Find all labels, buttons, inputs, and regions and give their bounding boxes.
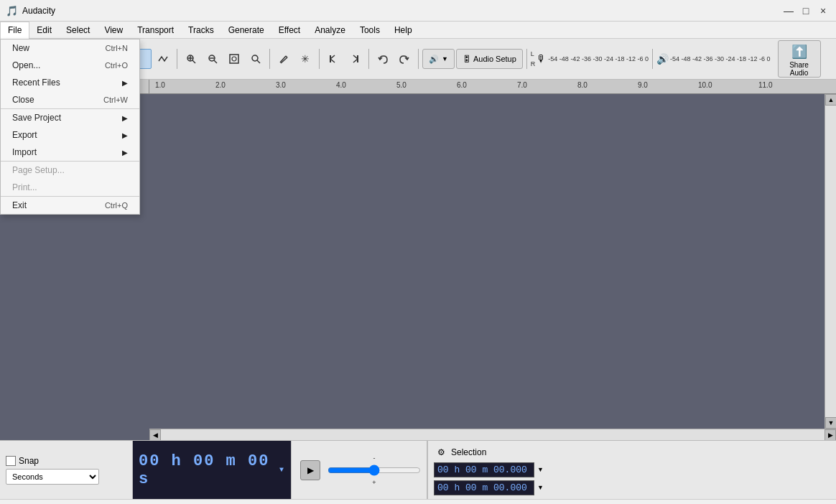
ruler-mark-2: 2.0 (215, 81, 226, 89)
new-label: New (12, 43, 29, 53)
redo-button[interactable] (394, 49, 414, 69)
ruler-mark-3: 3.0 (276, 81, 286, 89)
export-label: Export (12, 130, 37, 140)
menu-help[interactable]: Help (387, 22, 419, 39)
undo-button[interactable] (373, 49, 393, 69)
mic-r-label: R (531, 60, 536, 68)
zoom-selection-icon (251, 54, 261, 64)
scroll-down-button[interactable]: ▼ (825, 417, 836, 429)
selection-label: Selection (451, 447, 486, 457)
maximize-button[interactable]: □ (799, 4, 813, 18)
snap-area: Snap Seconds Milliseconds Samples Beats (0, 441, 133, 499)
menu-import[interactable]: Import ▶ (1, 144, 139, 161)
clip-left-button[interactable] (323, 49, 343, 69)
selection-area: ⚙ Selection ▼ ▼ (427, 441, 549, 499)
audio-setup-button[interactable]: 🎛 Audio Setup (456, 49, 523, 69)
title-bar-controls: — □ × (781, 4, 830, 18)
menu-select[interactable]: Select (59, 22, 97, 39)
volume-button[interactable]: 🔊 ▼ (422, 49, 455, 69)
snap-checkbox[interactable] (6, 456, 16, 466)
page-setup-label: Page Setup... (12, 165, 65, 175)
zoom-out-button[interactable] (203, 49, 223, 69)
snap-label: Snap (19, 456, 39, 466)
undo-icon (378, 54, 388, 64)
menu-close[interactable]: Close Ctrl+W (1, 91, 139, 108)
mic-icon: 🎙 (537, 53, 547, 65)
menu-save-project[interactable]: Save Project ▶ (1, 108, 139, 126)
menu-effect[interactable]: Effect (271, 22, 307, 39)
menu-open[interactable]: Open... Ctrl+O (1, 57, 139, 74)
ruler-mark-5: 5.0 (396, 81, 407, 89)
minimize-button[interactable]: — (781, 4, 796, 18)
ruler-mark-11: 11.0 (758, 81, 772, 89)
menu-print: Print... (1, 179, 139, 196)
bottom-area: Snap Seconds Milliseconds Samples Beats … (0, 440, 836, 499)
scroll-right-button[interactable]: ▶ (825, 429, 836, 440)
selection-end-input[interactable] (434, 480, 534, 495)
menu-transport[interactable]: Transport (130, 22, 181, 39)
svg-rect-8 (230, 55, 238, 63)
scroll-track-h[interactable] (161, 429, 825, 440)
close-shortcut: Ctrl+W (103, 95, 128, 104)
menu-recent-files[interactable]: Recent Files ▶ (1, 74, 139, 91)
toolbar-sep-8 (652, 49, 653, 69)
scroll-track-v[interactable] (825, 106, 836, 417)
status-bar: Stopped. (0, 499, 836, 504)
envelope-icon (158, 54, 168, 64)
new-shortcut: Ctrl+N (106, 44, 128, 52)
selection-start-arrow[interactable]: ▼ (537, 466, 544, 473)
selection-start-input[interactable] (434, 462, 534, 477)
menu-export[interactable]: Export ▶ (1, 126, 139, 144)
speed-slider[interactable] (328, 465, 421, 476)
menu-new[interactable]: New Ctrl+N (1, 39, 139, 57)
selection-end-arrow[interactable]: ▼ (537, 484, 544, 491)
menu-view[interactable]: View (97, 22, 130, 39)
menu-tracks[interactable]: Tracks (181, 22, 221, 39)
selection-settings-button[interactable]: ⚙ (434, 445, 448, 459)
play-bottom-area: ▶ - + (291, 441, 427, 499)
title-text: Audacity (22, 6, 55, 16)
zoom-fit-icon (229, 54, 239, 64)
menu-file[interactable]: File (0, 22, 29, 39)
snap-unit-select[interactable]: Seconds Milliseconds Samples Beats (6, 469, 99, 485)
speaker-meter-area: 🔊 -54 -48 -42 -36 -30 -24 -18 -12 -6 0 (656, 53, 771, 65)
title-bar: 🎵 Audacity — □ × (0, 0, 836, 22)
menu-analyze[interactable]: Analyze (307, 22, 353, 39)
title-bar-left: 🎵 Audacity (6, 5, 55, 17)
share-audio-button[interactable]: ⬆️ Share Audio (778, 40, 821, 78)
speed-slider-area: - + (328, 454, 421, 486)
toolbar-sep-3 (269, 49, 270, 69)
close-button[interactable]: × (816, 4, 830, 18)
menu-generate[interactable]: Generate (221, 22, 271, 39)
menu-bar: File Edit Select View Transport Tracks G… (0, 22, 836, 39)
menu-edit[interactable]: Edit (29, 22, 59, 39)
import-label: Import (12, 147, 37, 157)
svg-line-2 (192, 60, 195, 63)
audio-canvas[interactable] (149, 94, 825, 429)
draw-tool-button[interactable] (274, 49, 294, 69)
print-label: Print... (12, 182, 37, 192)
clip-right-button[interactable] (345, 49, 365, 69)
menu-tools[interactable]: Tools (353, 22, 387, 39)
ruler-mark-9: 9.0 (638, 81, 648, 89)
toolbar-sep-2 (177, 49, 177, 69)
scroll-up-button[interactable]: ▲ (825, 94, 836, 106)
zoom-selection-button[interactable] (246, 49, 266, 69)
time-value: 00 h 00 m 00 s (139, 452, 277, 488)
vertical-scrollbar[interactable]: ▲ ▼ (825, 94, 836, 429)
svg-line-11 (257, 60, 260, 63)
play-bottom-button[interactable]: ▶ (300, 460, 320, 480)
envelope-tool-button[interactable] (153, 49, 173, 69)
multi-tool-button[interactable]: ✳ (295, 49, 315, 69)
selection-label-row: ⚙ Selection (434, 445, 544, 459)
app-icon: 🎵 (6, 5, 18, 17)
exit-shortcut: Ctrl+Q (105, 201, 128, 210)
toolbar-sep-4 (319, 49, 320, 69)
menu-exit[interactable]: Exit Ctrl+Q (1, 196, 139, 214)
scroll-left-button[interactable]: ◀ (149, 429, 161, 440)
time-dropdown-arrow[interactable]: ▼ (279, 466, 285, 474)
ruler-mark-1: 1.0 (155, 81, 165, 89)
share-audio-icon: ⬆️ (791, 44, 807, 60)
zoom-in-button[interactable] (181, 49, 201, 69)
zoom-fit-button[interactable] (224, 49, 244, 69)
